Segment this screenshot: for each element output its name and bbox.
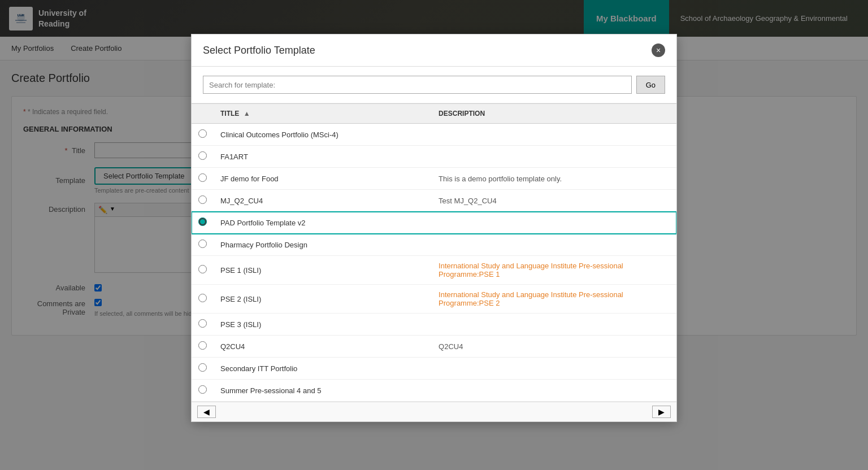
template-title-cell: Q2CU4: [214, 336, 432, 358]
modal-header: Select Portfolio Template ×: [192, 34, 676, 67]
radio-cell: [192, 358, 214, 380]
template-list: Clinical Outcomes Portfolio (MSci-4)FA1A…: [192, 124, 676, 402]
search-go-button[interactable]: Go: [636, 76, 665, 94]
scroll-right-button[interactable]: ▶: [652, 406, 671, 418]
sort-asc-icon: ▲: [244, 110, 250, 118]
template-desc-cell: Test MJ_Q2_CU4: [432, 190, 676, 212]
template-radio[interactable]: [198, 195, 207, 204]
table-row: Pharmacy Portfolio Design: [192, 234, 676, 256]
template-radio[interactable]: [198, 265, 207, 273]
radio-cell: [192, 380, 214, 402]
radio-cell: [192, 314, 214, 336]
table-row: Summer Pre-sessional 4 and 5: [192, 380, 676, 402]
table-row: Secondary ITT Portfolio: [192, 358, 676, 380]
template-desc-cell: [432, 146, 676, 168]
table-row: Q2CU4Q2CU4: [192, 336, 676, 358]
modal-search-bar: Go: [192, 67, 676, 103]
modal-title: Select Portfolio Template: [203, 45, 315, 56]
template-title-cell: Clinical Outcomes Portfolio (MSci-4): [214, 124, 432, 146]
th-radio: [192, 104, 214, 124]
template-title-cell: PSE 1 (ISLI): [214, 256, 432, 285]
template-radio[interactable]: [198, 341, 207, 350]
template-title-cell: Secondary ITT Portfolio: [214, 358, 432, 380]
table-row: FA1ART: [192, 146, 676, 168]
table-row: Clinical Outcomes Portfolio (MSci-4): [192, 124, 676, 146]
table-row: PSE 1 (ISLI)International Study and Lang…: [192, 256, 676, 285]
template-radio[interactable]: [198, 240, 207, 248]
table-row: PSE 3 (ISLI): [192, 314, 676, 336]
template-table: TITLE ▲ DESCRIPTION Clinical Outcomes Po…: [192, 103, 676, 402]
radio-cell: [192, 212, 214, 234]
template-desc-cell: [432, 124, 676, 146]
template-desc-cell: International Study and Language Institu…: [432, 256, 676, 285]
template-title-cell: PSE 2 (ISLI): [214, 285, 432, 314]
radio-cell: [192, 168, 214, 190]
radio-cell: [192, 190, 214, 212]
template-title-cell: MJ_Q2_CU4: [214, 190, 432, 212]
template-radio[interactable]: [198, 385, 207, 394]
table-row: PAD Portfolio Template v2: [192, 212, 676, 234]
th-description: DESCRIPTION: [432, 104, 676, 124]
th-title[interactable]: TITLE ▲: [214, 104, 432, 124]
template-radio[interactable]: [198, 129, 207, 138]
template-radio[interactable]: [198, 363, 207, 372]
template-title-cell: PAD Portfolio Template v2: [214, 212, 432, 234]
template-radio[interactable]: [198, 151, 207, 160]
template-desc-cell: Q2CU4: [432, 336, 676, 358]
template-title-cell: Pharmacy Portfolio Design: [214, 234, 432, 256]
template-radio[interactable]: [198, 319, 207, 328]
radio-cell: [192, 256, 214, 285]
template-desc-cell: [432, 314, 676, 336]
modal-body: TITLE ▲ DESCRIPTION Clinical Outcomes Po…: [192, 103, 676, 402]
template-desc-cell: [432, 358, 676, 380]
template-title-cell: JF demo for Food: [214, 168, 432, 190]
scroll-left-button[interactable]: ◀: [197, 406, 216, 418]
radio-cell: [192, 234, 214, 256]
modal-overlay[interactable]: Select Portfolio Template × Go TITLE ▲ D…: [0, 0, 868, 470]
radio-cell: [192, 285, 214, 314]
template-radio[interactable]: [198, 217, 207, 226]
select-template-modal: Select Portfolio Template × Go TITLE ▲ D…: [191, 34, 677, 422]
modal-close-button[interactable]: ×: [652, 43, 665, 57]
template-desc-cell: [432, 234, 676, 256]
template-title-cell: Summer Pre-sessional 4 and 5: [214, 380, 432, 402]
table-header: TITLE ▲ DESCRIPTION: [192, 104, 676, 124]
template-title-cell: PSE 3 (ISLI): [214, 314, 432, 336]
template-desc-cell: [432, 380, 676, 402]
template-desc-cell: [432, 212, 676, 234]
radio-cell: [192, 146, 214, 168]
template-radio[interactable]: [198, 173, 207, 182]
template-desc-cell: International Study and Language Institu…: [432, 285, 676, 314]
template-title-cell: FA1ART: [214, 146, 432, 168]
radio-cell: [192, 124, 214, 146]
modal-scroll-nav: ◀ ▶: [192, 402, 676, 421]
table-row: MJ_Q2_CU4Test MJ_Q2_CU4: [192, 190, 676, 212]
radio-cell: [192, 336, 214, 358]
template-radio[interactable]: [198, 294, 207, 302]
template-desc-cell: This is a demo portfolio template only.: [432, 168, 676, 190]
table-row: PSE 2 (ISLI)International Study and Lang…: [192, 285, 676, 314]
table-row: JF demo for FoodThis is a demo portfolio…: [192, 168, 676, 190]
template-search-input[interactable]: [203, 76, 632, 94]
